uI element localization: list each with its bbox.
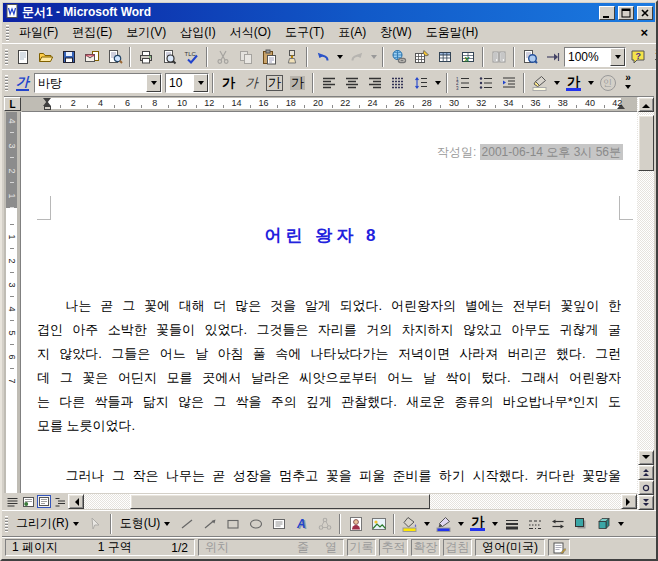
drawbar-options-button[interactable] (615, 513, 626, 535)
menu-window[interactable]: 창(W) (373, 22, 418, 43)
menu-view[interactable]: 보기(V) (119, 22, 173, 43)
toolbar-options-button[interactable]: » (621, 71, 635, 95)
insert-picture-button[interactable] (367, 513, 390, 535)
font-name-dropdown[interactable] (146, 74, 161, 92)
new-document-button[interactable] (11, 46, 34, 68)
v-scroll-thumb[interactable] (638, 115, 654, 171)
h-scroll-track[interactable] (84, 494, 621, 509)
outline-view-button[interactable] (53, 495, 67, 508)
font-color-button[interactable]: 가 (562, 72, 585, 94)
toolbar-options-button[interactable]: » (651, 45, 658, 69)
menu-tools[interactable]: 도구(T) (278, 22, 331, 43)
print-preview-button[interactable] (157, 46, 180, 68)
status-record-toggle[interactable]: 기록 (347, 539, 376, 556)
next-page-button[interactable] (638, 495, 654, 510)
tab-selector[interactable]: L (4, 97, 21, 111)
insert-diagram-button[interactable] (313, 513, 336, 535)
menu-table[interactable]: 표(A) (331, 22, 373, 43)
menu-file[interactable]: 파일(F) (12, 22, 65, 43)
status-language[interactable]: 영어(미국) (475, 539, 545, 556)
text-box-button[interactable] (267, 513, 290, 535)
previous-page-button[interactable] (638, 465, 654, 480)
insert-clip-art-button[interactable] (344, 513, 367, 535)
zoom-dropdown[interactable] (610, 48, 625, 66)
redo-dropdown[interactable] (368, 46, 379, 68)
v-ruler[interactable]: 43211234567 (4, 112, 21, 493)
menubar-grip[interactable] (6, 25, 9, 41)
status-spelling-panel[interactable] (548, 539, 570, 556)
save-button[interactable] (57, 46, 80, 68)
styles-button[interactable]: 가 (11, 72, 34, 94)
font-color-dropdown[interactable] (585, 72, 596, 94)
columns-button[interactable] (487, 46, 510, 68)
open-button[interactable] (34, 46, 57, 68)
v-scroll-track[interactable] (638, 112, 654, 450)
format-painter-button[interactable] (280, 46, 303, 68)
wordart-button[interactable]: AA (290, 513, 313, 535)
fill-color-button[interactable] (398, 513, 421, 535)
font-name-combo[interactable]: 바탕 (34, 73, 162, 93)
3d-style-button[interactable] (592, 513, 615, 535)
toolbar-grip[interactable] (5, 49, 8, 65)
font-color-button[interactable]: 가 (466, 513, 489, 535)
cut-button[interactable] (211, 46, 234, 68)
highlight-button[interactable] (528, 72, 551, 94)
close-document-icon[interactable]: × (640, 26, 648, 39)
align-right-button[interactable] (363, 72, 386, 94)
status-overtype-toggle[interactable]: 겹침 (443, 539, 472, 556)
scroll-up-button[interactable] (638, 97, 654, 112)
font-size-dropdown[interactable] (193, 74, 208, 92)
rectangle-button[interactable] (221, 513, 244, 535)
line-style-button[interactable] (500, 513, 523, 535)
indent-button[interactable] (497, 72, 520, 94)
select-objects-button[interactable] (84, 513, 107, 535)
scroll-right-button[interactable] (621, 494, 637, 509)
enclose-characters-button[interactable]: 인 (596, 72, 619, 94)
font-size-combo[interactable]: 10 (165, 73, 209, 93)
minimize-button[interactable] (599, 6, 615, 20)
menu-help[interactable]: 도움말(H) (419, 22, 486, 43)
status-track-toggle[interactable]: 추적 (379, 539, 408, 556)
italic-button[interactable]: 가 (240, 72, 263, 94)
toolbar-grip[interactable] (5, 75, 8, 91)
shapes-menu-button[interactable]: 도형(U) (115, 513, 176, 534)
normal-view-button[interactable] (5, 495, 19, 508)
menu-format[interactable]: 서식(O) (223, 22, 278, 43)
highlight-dropdown[interactable] (551, 72, 562, 94)
undo-dropdown[interactable] (334, 46, 345, 68)
distribute-button[interactable] (386, 72, 409, 94)
h-ruler[interactable]: 24681012141618202224262830323436384042 (22, 97, 637, 112)
line-button[interactable] (175, 513, 198, 535)
insert-excel-worksheet-button[interactable]: X (456, 46, 479, 68)
document-page[interactable]: 작성일: 2001-06-14 오후 3시 56분 어린 왕자 8 나는 곧 그… (21, 112, 637, 493)
menu-insert[interactable]: 삽입(I) (173, 22, 222, 43)
print-layout-view-button[interactable] (37, 495, 51, 508)
date-field[interactable]: 2001-06-14 오후 3시 56분 (480, 144, 623, 160)
draw-menu-button[interactable]: 그리기(R) (11, 513, 84, 534)
line-spacing-dropdown[interactable] (432, 72, 443, 94)
menu-edit[interactable]: 편집(E) (65, 22, 119, 43)
align-center-button[interactable] (340, 72, 363, 94)
insert-hyperlink-button[interactable] (387, 46, 410, 68)
copy-button[interactable] (234, 46, 257, 68)
dash-style-button[interactable] (523, 513, 546, 535)
align-left-button[interactable] (317, 72, 340, 94)
fill-color-dropdown[interactable] (421, 513, 432, 535)
close-button[interactable] (637, 6, 653, 20)
hanging-indent-marker[interactable] (43, 97, 51, 106)
char-shading-button[interactable]: 가 (286, 72, 309, 94)
insert-table-button[interactable] (433, 46, 456, 68)
line-color-dropdown[interactable] (455, 513, 466, 535)
search-button[interactable] (103, 46, 126, 68)
numbering-button[interactable]: 123 (451, 72, 474, 94)
h-scroll-thumb[interactable] (130, 494, 430, 509)
arrow-button[interactable] (198, 513, 221, 535)
redo-button[interactable] (345, 46, 368, 68)
spelling-check-button[interactable]: TLC (180, 46, 203, 68)
shadow-style-button[interactable] (569, 513, 592, 535)
zoom-combo[interactable]: 100% (564, 47, 626, 67)
word-app-icon[interactable] (5, 4, 19, 21)
arrow-style-button[interactable] (546, 513, 569, 535)
show-hide-marks-button[interactable] (541, 46, 564, 68)
bold-button[interactable]: 가 (217, 72, 240, 94)
